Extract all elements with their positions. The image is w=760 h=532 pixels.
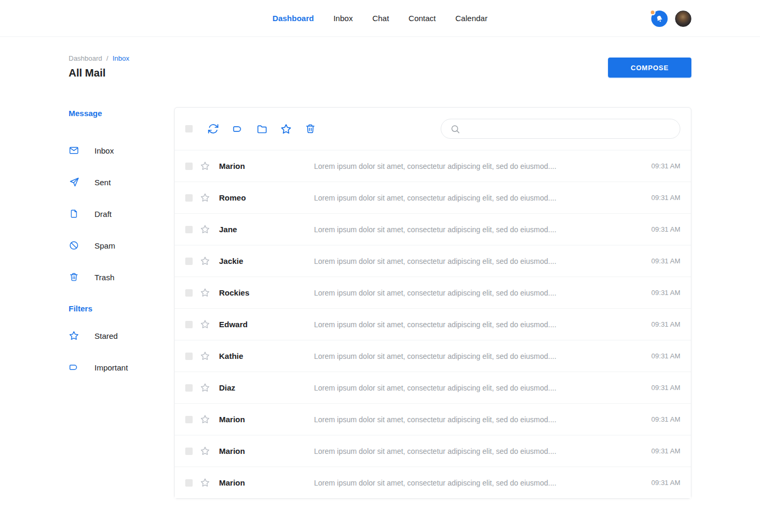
- message-time: 09:31 AM: [651, 257, 680, 265]
- message-preview: Lorem ipsum dolor sit amet, consectetur …: [314, 479, 641, 487]
- sender-name: Jackie: [219, 256, 314, 265]
- mail-row[interactable]: Kathie Lorem ipsum dolor sit amet, conse…: [175, 340, 691, 372]
- nav-item-inbox[interactable]: Inbox: [332, 12, 354, 25]
- sidebar-section-filters-title: Filters: [69, 303, 174, 314]
- sidebar-item-inbox[interactable]: Inbox: [69, 135, 174, 166]
- search-icon: [450, 124, 460, 134]
- envelope-icon: [69, 145, 79, 156]
- message-preview: Lorem ipsum dolor sit amet, consectetur …: [314, 352, 641, 360]
- mail-row[interactable]: Edward Lorem ipsum dolor sit amet, conse…: [175, 308, 691, 340]
- nav-item-chat[interactable]: Chat: [371, 12, 390, 25]
- mail-row[interactable]: Rockies Lorem ipsum dolor sit amet, cons…: [175, 277, 691, 308]
- row-star-icon[interactable]: [200, 478, 210, 488]
- message-preview: Lorem ipsum dolor sit amet, consectetur …: [314, 162, 641, 170]
- main-nav: Dashboard Inbox Chat Contact Calendar: [271, 12, 488, 25]
- row-checkbox[interactable]: [185, 163, 193, 170]
- row-star-icon[interactable]: [200, 319, 210, 330]
- message-time: 09:31 AM: [651, 384, 680, 392]
- sidebar-item-spam[interactable]: Spam: [69, 230, 174, 261]
- paper-plane-icon: [69, 177, 79, 187]
- search-box[interactable]: [441, 119, 680, 139]
- refresh-icon[interactable]: [207, 123, 219, 135]
- sender-name: Marion: [219, 162, 314, 170]
- mail-row[interactable]: Marion Lorem ipsum dolor sit amet, conse…: [175, 403, 691, 435]
- row-checkbox[interactable]: [185, 416, 193, 423]
- row-star-icon[interactable]: [200, 224, 210, 235]
- row-checkbox[interactable]: [185, 479, 193, 487]
- document-icon: [69, 208, 79, 219]
- label-icon: [69, 362, 79, 373]
- mail-list-card: Marion Lorem ipsum dolor sit amet, conse…: [174, 107, 691, 499]
- sidebar-item-trash[interactable]: Trash: [69, 261, 174, 293]
- mail-row[interactable]: Diaz Lorem ipsum dolor sit amet, consect…: [175, 372, 691, 403]
- user-avatar[interactable]: [675, 11, 691, 27]
- trash-icon[interactable]: [305, 123, 316, 135]
- message-preview: Lorem ipsum dolor sit amet, consectetur …: [314, 225, 641, 234]
- breadcrumb: Dashboard / Inbox: [69, 54, 129, 62]
- sender-name: Marion: [219, 478, 314, 487]
- mail-row[interactable]: Marion Lorem ipsum dolor sit amet, conse…: [175, 150, 691, 182]
- row-checkbox[interactable]: [185, 194, 193, 202]
- message-preview: Lorem ipsum dolor sit amet, consectetur …: [314, 447, 641, 455]
- mail-row[interactable]: Jane Lorem ipsum dolor sit amet, consect…: [175, 213, 691, 245]
- sender-name: Marion: [219, 415, 314, 424]
- row-checkbox[interactable]: [185, 321, 193, 328]
- row-checkbox[interactable]: [185, 258, 193, 265]
- message-time: 09:31 AM: [651, 479, 680, 487]
- sender-name: Kathie: [219, 352, 314, 360]
- row-star-icon[interactable]: [200, 351, 210, 362]
- message-time: 09:31 AM: [651, 447, 680, 455]
- sidebar-message-items: Inbox Sent Draft: [69, 135, 174, 293]
- row-checkbox[interactable]: [185, 384, 193, 392]
- mail-row[interactable]: Romeo Lorem ipsum dolor sit amet, consec…: [175, 182, 691, 213]
- sidebar-item-draft[interactable]: Draft: [69, 198, 174, 230]
- sender-name: Marion: [219, 446, 314, 455]
- row-star-icon[interactable]: [200, 256, 210, 267]
- page-title: All Mail: [69, 67, 129, 79]
- message-preview: Lorem ipsum dolor sit amet, consectetur …: [314, 194, 641, 202]
- mail-row[interactable]: Jackie Lorem ipsum dolor sit amet, conse…: [175, 245, 691, 277]
- row-star-icon[interactable]: [200, 383, 210, 393]
- sender-name: Diaz: [219, 383, 314, 392]
- row-checkbox[interactable]: [185, 448, 193, 455]
- message-time: 09:31 AM: [651, 194, 680, 202]
- compose-button[interactable]: COMPOSE: [608, 58, 691, 78]
- row-checkbox[interactable]: [185, 226, 193, 233]
- row-star-icon[interactable]: [200, 414, 210, 425]
- sidebar-item-stared[interactable]: Stared: [69, 320, 174, 352]
- sidebar-section-message-title: Message: [69, 108, 174, 119]
- row-star-icon[interactable]: [200, 193, 210, 203]
- sidebar-filter-items: Stared Important: [69, 320, 174, 383]
- sidebar-item-sent[interactable]: Sent: [69, 166, 174, 198]
- mail-row[interactable]: Marion Lorem ipsum dolor sit amet, conse…: [175, 435, 691, 467]
- trash-icon: [69, 272, 79, 282]
- row-star-icon[interactable]: [200, 288, 210, 298]
- sidebar-item-important[interactable]: Important: [69, 352, 174, 383]
- row-checkbox[interactable]: [185, 289, 193, 297]
- sidebar-item-label: Important: [94, 363, 128, 372]
- select-all-checkbox[interactable]: [185, 125, 193, 132]
- row-star-icon[interactable]: [200, 446, 210, 457]
- sidebar-item-label: Sent: [94, 178, 111, 187]
- blocked-icon: [69, 240, 79, 251]
- breadcrumb-inbox[interactable]: Inbox: [112, 54, 129, 62]
- breadcrumb-dashboard[interactable]: Dashboard: [69, 54, 102, 62]
- sender-name: Edward: [219, 320, 314, 329]
- notification-dot: [650, 10, 656, 15]
- nav-item-dashboard[interactable]: Dashboard: [271, 12, 315, 25]
- nav-item-calendar[interactable]: Calendar: [454, 12, 489, 25]
- mail-sidebar: Message Inbox Sent: [69, 107, 174, 383]
- row-checkbox[interactable]: [185, 353, 193, 360]
- label-icon[interactable]: [232, 123, 243, 135]
- row-star-icon[interactable]: [200, 161, 210, 172]
- mail-row[interactable]: Marion Lorem ipsum dolor sit amet, conse…: [175, 467, 691, 498]
- star-icon[interactable]: [280, 123, 292, 135]
- sidebar-item-label: Trash: [94, 273, 115, 282]
- mail-toolbar: [175, 108, 691, 150]
- folder-icon[interactable]: [256, 123, 268, 135]
- nav-item-contact[interactable]: Contact: [407, 12, 437, 25]
- sidebar-item-label: Stared: [94, 331, 118, 340]
- search-input[interactable]: [466, 125, 672, 133]
- notifications-button[interactable]: [651, 11, 668, 27]
- message-preview: Lorem ipsum dolor sit amet, consectetur …: [314, 384, 641, 392]
